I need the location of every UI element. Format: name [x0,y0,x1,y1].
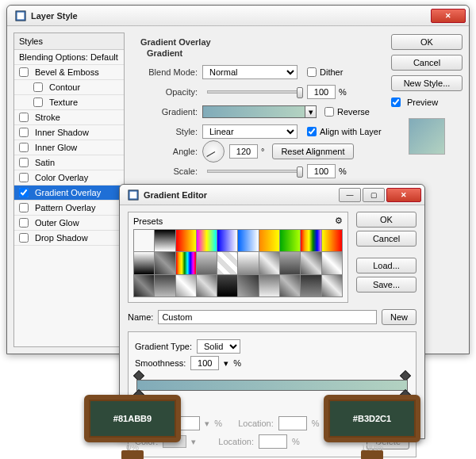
gradient-bar[interactable] [136,380,408,391]
preset-swatch[interactable] [176,230,196,251]
titlebar[interactable]: Gradient Editor — ▢ ✕ [120,185,424,205]
smoothness-input[interactable] [190,356,219,370]
style-checkbox[interactable] [19,218,29,228]
style-checkbox[interactable] [19,203,29,212]
style-item-pattern-overlay[interactable]: Pattern Overlay [14,201,124,216]
close-button[interactable]: ✕ [386,188,421,202]
style-item-contour[interactable]: Contour [14,80,124,95]
style-checkbox[interactable] [33,82,43,92]
ok-button[interactable]: OK [356,212,416,228]
preset-swatch[interactable] [197,275,217,296]
preset-swatch[interactable] [134,252,154,273]
preset-swatch[interactable] [259,230,279,251]
style-checkbox[interactable] [19,67,29,77]
styles-list: Styles Blending Options: Default Bevel &… [13,33,125,347]
ok-button[interactable]: OK [391,34,463,50]
gradient-preview[interactable] [202,105,305,118]
opacity-slider[interactable] [207,90,302,94]
gradient-bar-editor[interactable] [136,373,408,397]
preset-swatch[interactable] [238,252,258,273]
scale-slider[interactable] [207,170,302,173]
style-item-inner-shadow[interactable]: Inner Shadow [14,125,124,140]
preset-swatch[interactable] [197,230,217,251]
style-item-stroke[interactable]: Stroke [14,110,124,125]
gradient-dropdown-icon[interactable]: ▾ [305,105,317,118]
chevron-down-icon[interactable]: ▾ [224,358,228,369]
preset-swatch[interactable] [280,230,300,251]
preset-swatch[interactable] [217,275,237,296]
dither-label: Dither [320,67,343,77]
preset-swatch[interactable] [197,252,217,273]
preset-swatch[interactable] [238,275,258,296]
preset-swatch[interactable] [217,252,237,273]
close-button[interactable]: ✕ [431,9,466,23]
name-input[interactable] [158,310,377,324]
cancel-button[interactable]: Cancel [391,55,463,71]
style-checkbox[interactable] [19,233,29,243]
save-button[interactable]: Save... [356,277,416,293]
preset-swatch[interactable] [301,230,321,251]
styles-header[interactable]: Styles [14,33,124,50]
style-item-drop-shadow[interactable]: Drop Shadow [14,231,124,246]
subsection-title: Gradient [147,48,383,58]
style-select[interactable]: Linear [202,124,298,139]
style-checkbox[interactable] [19,143,29,152]
reset-alignment-button[interactable]: Reset Alignment [272,143,353,159]
style-label: Color Overlay [35,173,88,182]
minimize-button[interactable]: — [339,188,361,202]
style-checkbox[interactable] [19,158,29,167]
opacity-input[interactable] [307,85,336,99]
preset-swatch[interactable] [322,252,342,273]
style-item-texture[interactable]: Texture [14,95,124,110]
style-checkbox[interactable] [19,113,29,122]
style-checkbox[interactable] [19,188,29,197]
new-button[interactable]: New [382,309,416,325]
preset-swatch[interactable] [259,275,279,296]
preset-swatch[interactable] [176,275,196,296]
preset-swatch[interactable] [322,275,342,296]
color-hex: #81ABB9 [113,414,152,423]
load-button[interactable]: Load... [356,258,416,273]
color-hex: #B3D2C1 [353,414,391,423]
preset-swatch[interactable] [322,230,342,251]
titlebar[interactable]: Layer Style ✕ [7,6,469,26]
gradient-type-select[interactable]: Solid [197,339,240,354]
angle-label: Angle: [139,147,202,156]
preset-swatch[interactable] [301,275,321,296]
maximize-button[interactable]: ▢ [363,188,385,202]
style-item-inner-glow[interactable]: Inner Glow [14,140,124,155]
angle-input[interactable] [229,144,258,159]
gear-icon[interactable]: ⚙ [335,216,343,226]
preset-swatch[interactable] [238,230,258,251]
align-checkbox[interactable] [307,127,317,136]
style-checkbox[interactable] [33,98,43,107]
preset-swatch[interactable] [280,252,300,273]
preset-swatch[interactable] [280,275,300,296]
style-item-color-overlay[interactable]: Color Overlay [14,170,124,186]
blend-mode-select[interactable]: Normal [202,65,298,79]
angle-dial[interactable] [202,140,225,163]
style-item-satin[interactable]: Satin [14,155,124,170]
new-style-button[interactable]: New Style... [391,75,463,91]
style-checkbox[interactable] [19,173,29,182]
preset-swatch[interactable] [155,275,175,296]
reverse-checkbox[interactable] [324,107,334,117]
preset-swatch[interactable] [217,230,237,251]
preset-swatch[interactable] [134,275,154,296]
preset-swatch[interactable] [176,252,196,273]
preset-swatch[interactable] [134,230,154,251]
dither-checkbox[interactable] [307,67,317,77]
cancel-button[interactable]: Cancel [356,231,416,247]
presets-label: Presets [133,216,163,226]
preview-checkbox[interactable] [391,98,401,107]
style-item-bevel-emboss[interactable]: Bevel & Emboss [14,65,124,80]
style-item-gradient-overlay[interactable]: Gradient Overlay [14,186,124,201]
style-checkbox[interactable] [19,128,29,137]
preset-swatch[interactable] [301,252,321,273]
scale-input[interactable] [307,164,336,178]
preset-swatch[interactable] [155,230,175,251]
blending-options-row[interactable]: Blending Options: Default [14,50,124,65]
preset-swatch[interactable] [155,252,175,273]
style-item-outer-glow[interactable]: Outer Glow [14,216,124,231]
preset-swatch[interactable] [259,252,279,273]
